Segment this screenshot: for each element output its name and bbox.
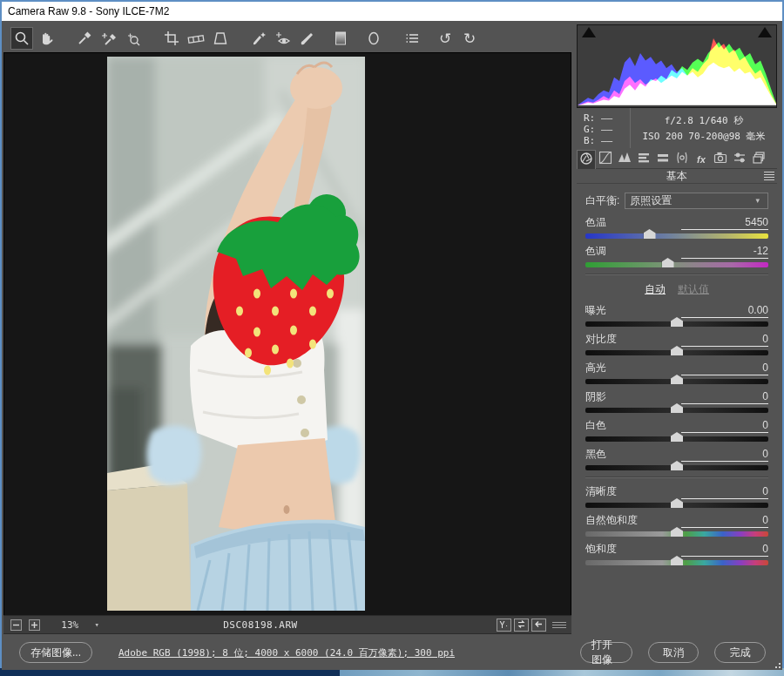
slider-track[interactable] xyxy=(585,465,768,470)
slider-thumb[interactable] xyxy=(671,527,683,537)
slider-track[interactable] xyxy=(585,436,768,442)
slider-row: 阴影0 xyxy=(585,390,768,413)
slider-row: 饱和度0 xyxy=(585,543,768,565)
white-balance-label: 白平衡: xyxy=(585,193,619,208)
slider-track[interactable] xyxy=(585,503,768,508)
preview-image[interactable] xyxy=(107,57,365,611)
tab-tone-curve[interactable] xyxy=(596,150,615,169)
color-sampler-tool[interactable] xyxy=(98,27,120,50)
cancel-button[interactable]: 取消 xyxy=(648,642,699,663)
auto-link[interactable]: 自动 xyxy=(645,282,666,297)
preview-settings-icon[interactable] xyxy=(552,622,566,628)
slider-value-field[interactable]: 0 xyxy=(681,362,768,375)
level-icon xyxy=(186,30,206,47)
presence-sliders: 清晰度0自然饱和度0饱和度0 xyxy=(585,485,768,565)
r-label: R: xyxy=(584,112,595,124)
tab-effects[interactable]: fx xyxy=(692,150,711,169)
slider-row: 黑色0 xyxy=(585,448,768,470)
slider-label: 自然饱和度 xyxy=(585,513,638,528)
lens-icon xyxy=(675,151,689,168)
done-button[interactable]: 完成 xyxy=(714,642,766,663)
temperature-slider-thumb[interactable] xyxy=(644,229,656,239)
window-resize-grip[interactable] xyxy=(772,659,781,668)
slider-value-field[interactable]: 0 xyxy=(681,419,768,433)
slider-track[interactable] xyxy=(585,408,768,413)
r-value: —— xyxy=(601,112,612,124)
highlight-clipping-toggle[interactable] xyxy=(758,27,772,37)
white-balance-tool[interactable] xyxy=(73,27,96,50)
red-eye-tool[interactable] xyxy=(272,27,294,50)
shadow-clipping-toggle[interactable] xyxy=(582,27,596,37)
preferences-tool[interactable] xyxy=(401,27,423,50)
rotate-right-icon: ↻ xyxy=(463,31,476,46)
temperature-value-field[interactable]: 5450 xyxy=(681,216,768,230)
slider-thumb[interactable] xyxy=(671,556,683,565)
pause-preview-button[interactable]: Y. xyxy=(497,619,511,632)
slider-thumb[interactable] xyxy=(671,461,683,470)
slider-value-field[interactable]: 0 xyxy=(681,390,768,404)
slider-track[interactable] xyxy=(585,321,768,327)
image-preview-area[interactable] xyxy=(3,52,571,634)
slider-track[interactable] xyxy=(585,531,768,537)
open-image-label: 打开图像 xyxy=(591,638,621,667)
slider-thumb[interactable] xyxy=(671,403,683,413)
slider-thumb[interactable] xyxy=(671,432,683,442)
panel-tabs: fx xyxy=(577,150,777,169)
tab-snapshots[interactable] xyxy=(749,150,768,169)
transform-tool[interactable] xyxy=(209,27,232,50)
rotate-left-icon: ↺ xyxy=(439,31,451,46)
tint-value-field[interactable]: -12 xyxy=(681,245,768,259)
crop-tool[interactable] xyxy=(160,27,183,50)
tab-split-toning[interactable] xyxy=(653,150,672,169)
slider-thumb[interactable] xyxy=(671,317,683,327)
rotate-left-tool[interactable]: ↺ xyxy=(434,27,456,50)
tab-presets[interactable] xyxy=(730,150,749,169)
slider-thumb[interactable] xyxy=(671,498,683,508)
radial-filter-tool[interactable] xyxy=(362,27,385,50)
default-link[interactable]: 默认值 xyxy=(678,282,709,297)
white-balance-select[interactable]: 原照设置 ▾ xyxy=(625,193,768,209)
temperature-slider[interactable] xyxy=(585,233,768,239)
tab-lens-corrections[interactable] xyxy=(672,150,692,169)
slider-value-field[interactable]: 0 xyxy=(681,333,768,347)
tab-basic[interactable] xyxy=(577,150,596,169)
adjustment-brush-tool[interactable] xyxy=(296,27,319,50)
sharpen-icon xyxy=(618,151,632,168)
slider-value-field[interactable]: 0 xyxy=(681,514,768,528)
hand-tool[interactable] xyxy=(35,27,57,50)
zoom-tool[interactable] xyxy=(10,27,33,50)
cancel-label: 取消 xyxy=(663,646,684,660)
open-image-button[interactable]: 打开图像 xyxy=(580,642,632,663)
slider-thumb[interactable] xyxy=(671,346,683,355)
slider-row: 自然饱和度0 xyxy=(585,514,768,537)
spot-removal-tool[interactable] xyxy=(247,27,270,50)
rotate-right-tool[interactable]: ↻ xyxy=(458,27,481,50)
targeted-adjustment-tool[interactable] xyxy=(122,27,145,50)
swap-before-after-button[interactable] xyxy=(514,619,529,632)
graduated-filter-tool[interactable] xyxy=(329,27,352,50)
slider-label: 清晰度 xyxy=(585,484,617,499)
panel-header: 基本 xyxy=(577,169,777,184)
tab-hsl-grayscale[interactable] xyxy=(634,150,653,169)
g-value: —— xyxy=(601,124,612,135)
slider-value-field[interactable]: 0.00 xyxy=(681,304,768,318)
fabric-left xyxy=(146,425,201,484)
window-titlebar[interactable]: Camera Raw 9.8 - Sony ILCE-7M2 xyxy=(2,2,782,21)
copy-settings-button[interactable] xyxy=(531,619,546,632)
tint-slider[interactable] xyxy=(585,262,768,267)
hand-icon xyxy=(37,30,55,47)
tint-slider-thumb[interactable] xyxy=(662,258,674,267)
slider-track[interactable] xyxy=(585,379,768,384)
tab-detail[interactable] xyxy=(615,150,634,169)
panel-menu-icon[interactable] xyxy=(764,172,774,180)
histogram[interactable] xyxy=(577,24,777,108)
slider-track[interactable] xyxy=(585,350,768,355)
slider-value-field[interactable]: 0 xyxy=(681,543,768,557)
workflow-options-link[interactable]: Adobe RGB (1998); 8 位; 4000 x 6000 (24.0… xyxy=(2,646,571,659)
straighten-tool[interactable] xyxy=(185,27,207,50)
tab-camera-calibration[interactable] xyxy=(711,150,730,169)
slider-value-field[interactable]: 0 xyxy=(681,448,768,462)
slider-track[interactable] xyxy=(585,560,768,565)
slider-value-field[interactable]: 0 xyxy=(681,485,768,499)
slider-thumb[interactable] xyxy=(671,375,683,384)
